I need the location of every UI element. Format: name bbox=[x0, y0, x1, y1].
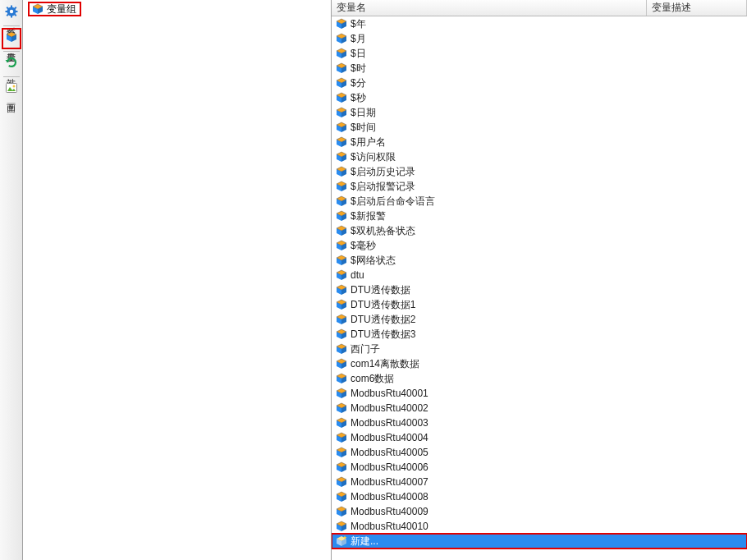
cube-icon bbox=[335, 269, 348, 282]
new-item-icon bbox=[335, 535, 348, 548]
list-item[interactable]: DTU透传数据3 bbox=[332, 327, 747, 342]
column-header-desc[interactable]: 变量描述 bbox=[647, 0, 747, 16]
list-item[interactable]: $年 bbox=[332, 16, 747, 31]
list-item-label: $网络状态 bbox=[351, 254, 396, 268]
list-item[interactable]: ModbusRtu40007 bbox=[332, 475, 747, 489]
list-item[interactable]: com14离散数据 bbox=[332, 356, 747, 371]
cube-icon bbox=[335, 180, 348, 193]
list-item-label: DTU透传数据3 bbox=[351, 328, 415, 342]
cube-icon bbox=[31, 2, 44, 16]
list-item-label: $启动后台命令语言 bbox=[351, 195, 435, 209]
cube-icon bbox=[335, 150, 348, 163]
list-item[interactable]: $月 bbox=[332, 31, 747, 46]
list-item[interactable]: ModbusRtu40008 bbox=[332, 489, 747, 504]
list-item[interactable]: ModbusRtu40010 bbox=[332, 519, 747, 534]
list-item-label: $秒 bbox=[351, 91, 366, 105]
list-item[interactable]: ModbusRtu40002 bbox=[332, 401, 747, 415]
cube-icon bbox=[335, 402, 348, 415]
list-item-label: ModbusRtu40007 bbox=[351, 476, 428, 488]
tree-root-variable-group[interactable]: 变量组 bbox=[28, 2, 81, 16]
list-item[interactable]: $启动历史记录 bbox=[332, 164, 747, 179]
list-item[interactable]: DTU透传数据 bbox=[332, 282, 747, 297]
list-item-label: DTU透传数据2 bbox=[351, 313, 415, 327]
vertical-toolbar: 系统变量站点画面 bbox=[0, 0, 23, 560]
sidebar-item-system[interactable]: 系统 bbox=[2, 2, 21, 24]
list-item[interactable]: ModbusRtu40006 bbox=[332, 460, 747, 475]
sidebar-item-variables[interactable]: 变量 bbox=[2, 28, 21, 49]
list-item-label: $时间 bbox=[351, 121, 376, 135]
sidebar-item-screens[interactable]: 画面 bbox=[2, 79, 21, 100]
refresh-icon bbox=[5, 56, 18, 69]
list-item[interactable]: $双机热备状态 bbox=[332, 223, 747, 238]
list-item-label: $毫秒 bbox=[351, 239, 376, 253]
cube-icon bbox=[335, 195, 348, 208]
list-item-label: ModbusRtu40010 bbox=[351, 521, 428, 532]
list-item[interactable]: com6数据 bbox=[332, 371, 747, 386]
list-item[interactable]: $时 bbox=[332, 61, 747, 76]
list-item[interactable]: ModbusRtu40009 bbox=[332, 504, 747, 519]
sidebar-item-stations[interactable]: 站点 bbox=[2, 53, 21, 75]
cube-icon bbox=[335, 431, 348, 444]
list-item[interactable]: $分 bbox=[332, 76, 747, 90]
cube-icon bbox=[335, 224, 348, 237]
cube-icon bbox=[335, 372, 348, 385]
cube-icon bbox=[335, 416, 348, 429]
list-panel: 变量名 变量描述 $年$月$日$时$分$秒$日期$时间$用户名$访问权限$启动历… bbox=[332, 0, 747, 560]
list-header: 变量名 变量描述 bbox=[332, 0, 747, 16]
cube-icon bbox=[335, 461, 348, 474]
list-item[interactable]: $访问权限 bbox=[332, 149, 747, 164]
cube-icon bbox=[335, 76, 348, 90]
gear-icon bbox=[5, 5, 18, 18]
cube-icon bbox=[335, 32, 348, 45]
list-item[interactable]: $启动报警记录 bbox=[332, 179, 747, 194]
list-item[interactable]: ModbusRtu40004 bbox=[332, 430, 747, 445]
sidebar-item-label: 系统 bbox=[5, 20, 17, 21]
tree-panel: 变量组 bbox=[23, 0, 332, 560]
list-item[interactable]: ModbusRtu40003 bbox=[332, 415, 747, 430]
list-item-label: $双机热备状态 bbox=[351, 224, 415, 238]
list-item[interactable]: ModbusRtu40005 bbox=[332, 445, 747, 460]
list-item-label: ModbusRtu40001 bbox=[351, 388, 428, 399]
list-item-label: $用户名 bbox=[351, 135, 386, 149]
list-item-label: $访问权限 bbox=[351, 150, 396, 164]
list-item[interactable]: dtu bbox=[332, 268, 747, 282]
list-item[interactable]: $秒 bbox=[332, 90, 747, 105]
list-item[interactable]: DTU透传数据2 bbox=[332, 312, 747, 327]
list-item-label: ModbusRtu40005 bbox=[351, 447, 428, 458]
cube-icon bbox=[335, 254, 348, 267]
list-item[interactable]: $毫秒 bbox=[332, 238, 747, 253]
sidebar-item-label: 变量 bbox=[5, 45, 17, 47]
list-item[interactable]: $网络状态 bbox=[332, 253, 747, 268]
list-item-label: $日 bbox=[351, 47, 366, 61]
cube-icon bbox=[335, 239, 348, 252]
list-item[interactable]: $时间 bbox=[332, 120, 747, 135]
list-item[interactable]: $日 bbox=[332, 46, 747, 61]
cube-icon bbox=[335, 91, 348, 104]
list-item-label: 新建... bbox=[351, 535, 378, 549]
cube-icon bbox=[335, 298, 348, 311]
list-item-label: ModbusRtu40003 bbox=[351, 417, 428, 429]
cube-icon bbox=[335, 121, 348, 134]
list-item[interactable]: $启动后台命令语言 bbox=[332, 194, 747, 209]
list-item-label: $时 bbox=[351, 62, 366, 76]
list-item-label: ModbusRtu40002 bbox=[351, 402, 428, 414]
content-area: 变量组 变量名 变量描述 $年$月$日$时$分$秒$日期$时间$用户名$访问权限… bbox=[23, 0, 747, 560]
list-body: $年$月$日$时$分$秒$日期$时间$用户名$访问权限$启动历史记录$启动报警记… bbox=[332, 16, 747, 560]
list-item-label: ModbusRtu40009 bbox=[351, 506, 428, 517]
column-header-name[interactable]: 变量名 bbox=[332, 0, 647, 16]
cube-icon bbox=[335, 313, 348, 326]
list-item[interactable]: $用户名 bbox=[332, 135, 747, 149]
list-item[interactable]: 西门子 bbox=[332, 342, 747, 356]
list-item-label: com14离散数据 bbox=[351, 357, 419, 371]
cube-icon bbox=[335, 106, 348, 119]
sidebar-item-label: 站点 bbox=[5, 71, 17, 72]
list-item[interactable]: $新报警 bbox=[332, 209, 747, 223]
sidebar-divider bbox=[3, 76, 20, 77]
list-item-new[interactable]: 新建... bbox=[332, 534, 747, 549]
list-item[interactable]: DTU透传数据1 bbox=[332, 297, 747, 312]
picture-icon bbox=[5, 81, 18, 94]
list-item-label: ModbusRtu40004 bbox=[351, 432, 428, 443]
list-item[interactable]: ModbusRtu40001 bbox=[332, 386, 747, 401]
cube-icon bbox=[335, 520, 348, 533]
list-item[interactable]: $日期 bbox=[332, 105, 747, 120]
